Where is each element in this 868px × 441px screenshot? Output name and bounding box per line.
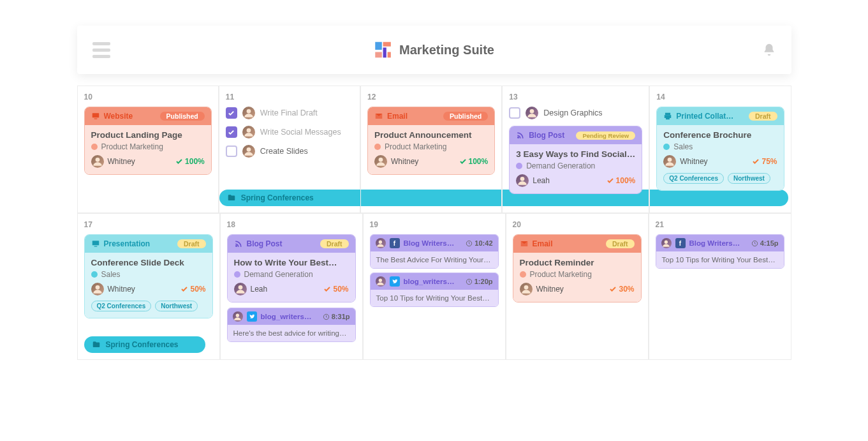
social-card[interactable]: f Blog Writers… 10:42 The Best Advice Fo… xyxy=(370,234,499,269)
tag[interactable]: Q2 Conferences xyxy=(91,301,152,311)
progress: 50% xyxy=(323,285,348,294)
avatar xyxy=(234,283,247,295)
svg-point-9 xyxy=(246,128,251,133)
status-badge: Draft xyxy=(320,239,349,248)
date-label: 21 xyxy=(656,220,784,229)
svg-point-18 xyxy=(668,158,672,162)
content-card-email[interactable]: Email Draft Product Reminder Product Mar… xyxy=(513,234,642,303)
checkbox-icon[interactable] xyxy=(226,146,237,157)
progress: 30% xyxy=(609,285,634,294)
card-title: 3 Easy Ways to Find Social… xyxy=(516,149,635,159)
card-title: Product Announcement xyxy=(374,130,488,140)
folder-icon xyxy=(227,193,236,202)
svg-point-10 xyxy=(246,147,251,152)
svg-point-12 xyxy=(530,109,534,114)
monitor-icon xyxy=(91,112,100,121)
social-card[interactable]: f Blog Writers… 4:15p Top 10 Tips for Wr… xyxy=(656,234,784,269)
checkbox-icon[interactable] xyxy=(226,107,237,119)
progress: 50% xyxy=(180,285,205,294)
avatar xyxy=(376,238,386,248)
brand: Marketing Suite xyxy=(374,41,494,59)
calendar-cell[interactable]: 10 Website Published Product Landing Pag… xyxy=(77,86,219,213)
calendar-cell[interactable]: 18 Blog Post Draft How to Write Your Bes… xyxy=(220,213,363,360)
task-item[interactable]: Create Slides xyxy=(226,145,353,158)
calendar-cell[interactable]: 17 Presentation Draft Conference Slide D… xyxy=(77,213,220,360)
bell-icon[interactable] xyxy=(762,43,776,57)
svg-point-26 xyxy=(379,240,382,243)
checkbox-icon[interactable] xyxy=(226,126,237,138)
twitter-icon xyxy=(247,311,257,322)
svg-rect-1 xyxy=(383,42,390,47)
progress: 100% xyxy=(607,176,636,185)
monitor-icon xyxy=(91,239,100,248)
svg-rect-6 xyxy=(94,119,97,119)
card-title: Conference Slide Deck xyxy=(91,258,206,267)
topbar: Marketing Suite xyxy=(77,26,791,74)
avatar xyxy=(233,311,243,322)
avatar xyxy=(516,174,529,187)
avatar xyxy=(91,283,104,295)
folder-icon xyxy=(92,340,101,349)
date-label: 20 xyxy=(513,220,642,229)
progress: 100% xyxy=(459,157,489,166)
svg-point-14 xyxy=(520,177,525,181)
status-badge: Draft xyxy=(606,239,635,248)
checkbox-icon[interactable] xyxy=(509,107,520,119)
calendar-cell[interactable]: 12 Email Published Product Announcement … xyxy=(360,86,502,213)
calendar-row: 10 Website Published Product Landing Pag… xyxy=(77,86,791,213)
content-card-printed[interactable]: Printed Collat… Draft Conference Brochur… xyxy=(656,107,784,191)
svg-point-8 xyxy=(246,109,251,114)
svg-point-11 xyxy=(379,158,383,162)
calendar-row: 17 Presentation Draft Conference Slide D… xyxy=(77,213,791,360)
clock-icon xyxy=(466,278,473,285)
task-item[interactable]: Design Graphics xyxy=(509,107,642,119)
social-card[interactable]: blog_writers… 1:20p Top 10 Tips for Writ… xyxy=(370,273,499,307)
date-label: 10 xyxy=(84,93,212,101)
progress: 100% xyxy=(175,157,205,166)
content-card-email[interactable]: Email Published Product Announcement Pro… xyxy=(367,107,495,175)
task-item[interactable]: Write Social Messages xyxy=(226,126,353,138)
rss-icon xyxy=(516,131,525,140)
calendar-cell[interactable]: 19 f Blog Writers… 10:42 The Best Advice… xyxy=(363,213,506,360)
clock-icon xyxy=(466,240,473,247)
task-item[interactable]: Write Final Draft xyxy=(226,107,353,119)
twitter-icon xyxy=(390,276,400,287)
calendar-cell[interactable]: 13 Design Graphics Blog Post Pending Rev… xyxy=(502,86,649,213)
avatar xyxy=(526,107,538,119)
calendar: 10 Website Published Product Landing Pag… xyxy=(77,86,791,360)
calendar-cell[interactable]: 21 f Blog Writers… 4:15p Top 10 Tips for… xyxy=(649,213,791,360)
status-badge: Draft xyxy=(177,239,206,248)
tag[interactable]: Northwest xyxy=(728,173,770,184)
date-label: 11 xyxy=(226,93,353,101)
menu-icon[interactable] xyxy=(92,42,110,58)
social-card[interactable]: blog_writers… 8:31p Here's the best advi… xyxy=(227,308,356,342)
svg-rect-3 xyxy=(375,52,382,58)
svg-rect-0 xyxy=(375,42,382,50)
printer-icon xyxy=(663,112,672,121)
calendar-cell[interactable]: 11 Write Final Draft Write Social Messag… xyxy=(219,86,360,213)
svg-point-21 xyxy=(95,285,99,290)
card-title: Product Landing Page xyxy=(91,130,205,140)
svg-rect-20 xyxy=(94,246,97,247)
status-badge: Published xyxy=(443,112,488,121)
date-label: 13 xyxy=(509,93,642,101)
svg-rect-5 xyxy=(92,113,99,117)
calendar-cell[interactable]: 14 Printed Collat… Draft Conference Broc… xyxy=(649,86,791,213)
calendar-cell[interactable]: 20 Email Draft Product Reminder Product … xyxy=(506,213,649,360)
status-badge: Pending Review xyxy=(576,131,635,140)
facebook-icon: f xyxy=(675,238,686,248)
avatar xyxy=(374,155,387,168)
folder-bar[interactable]: Spring Conferences xyxy=(84,336,205,353)
content-card-blog[interactable]: Blog Post Pending Review 3 Easy Ways to … xyxy=(509,126,642,194)
content-card-presentation[interactable]: Presentation Draft Conference Slide Deck… xyxy=(84,234,213,318)
tag[interactable]: Q2 Conferences xyxy=(663,173,724,184)
avatar xyxy=(91,155,104,168)
tag[interactable]: Northwest xyxy=(155,301,198,311)
facebook-icon: f xyxy=(390,238,400,248)
content-card-blog[interactable]: Blog Post Draft How to Write Your Best… … xyxy=(227,234,356,303)
avatar xyxy=(242,107,255,119)
content-card-website[interactable]: Website Published Product Landing Page P… xyxy=(84,107,212,175)
svg-rect-19 xyxy=(92,241,99,245)
card-title: How to Write Your Best… xyxy=(234,258,349,267)
status-badge: Published xyxy=(160,112,205,121)
